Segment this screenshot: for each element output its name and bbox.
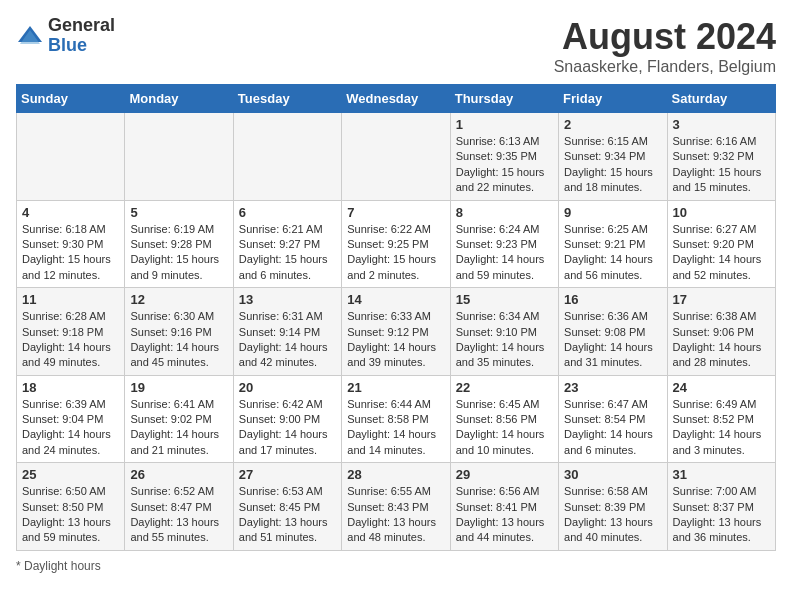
day-info: Sunrise: 6:56 AMSunset: 8:41 PMDaylight:… (456, 484, 553, 546)
header-day: Tuesday (233, 85, 341, 113)
header-day: Thursday (450, 85, 558, 113)
calendar-cell: 31Sunrise: 7:00 AMSunset: 8:37 PMDayligh… (667, 463, 775, 551)
day-info: Sunrise: 6:24 AMSunset: 9:23 PMDaylight:… (456, 222, 553, 284)
calendar-cell: 8Sunrise: 6:24 AMSunset: 9:23 PMDaylight… (450, 200, 558, 288)
day-number: 28 (347, 467, 444, 482)
day-info: Sunrise: 6:41 AMSunset: 9:02 PMDaylight:… (130, 397, 227, 459)
calendar-cell (17, 113, 125, 201)
day-number: 1 (456, 117, 553, 132)
calendar-cell: 25Sunrise: 6:50 AMSunset: 8:50 PMDayligh… (17, 463, 125, 551)
day-info: Sunrise: 6:22 AMSunset: 9:25 PMDaylight:… (347, 222, 444, 284)
calendar-week: 18Sunrise: 6:39 AMSunset: 9:04 PMDayligh… (17, 375, 776, 463)
header-day: Friday (559, 85, 667, 113)
calendar-cell: 23Sunrise: 6:47 AMSunset: 8:54 PMDayligh… (559, 375, 667, 463)
day-info: Sunrise: 6:30 AMSunset: 9:16 PMDaylight:… (130, 309, 227, 371)
day-info: Sunrise: 6:31 AMSunset: 9:14 PMDaylight:… (239, 309, 336, 371)
calendar-cell: 18Sunrise: 6:39 AMSunset: 9:04 PMDayligh… (17, 375, 125, 463)
day-number: 23 (564, 380, 661, 395)
subtitle: Snaaskerke, Flanders, Belgium (554, 58, 776, 76)
day-number: 22 (456, 380, 553, 395)
calendar-cell: 20Sunrise: 6:42 AMSunset: 9:00 PMDayligh… (233, 375, 341, 463)
calendar-cell: 29Sunrise: 6:56 AMSunset: 8:41 PMDayligh… (450, 463, 558, 551)
day-info: Sunrise: 6:21 AMSunset: 9:27 PMDaylight:… (239, 222, 336, 284)
day-info: Sunrise: 6:33 AMSunset: 9:12 PMDaylight:… (347, 309, 444, 371)
calendar-cell: 4Sunrise: 6:18 AMSunset: 9:30 PMDaylight… (17, 200, 125, 288)
calendar-cell: 27Sunrise: 6:53 AMSunset: 8:45 PMDayligh… (233, 463, 341, 551)
day-number: 11 (22, 292, 119, 307)
header-day: Saturday (667, 85, 775, 113)
calendar-cell: 28Sunrise: 6:55 AMSunset: 8:43 PMDayligh… (342, 463, 450, 551)
day-info: Sunrise: 6:45 AMSunset: 8:56 PMDaylight:… (456, 397, 553, 459)
day-info: Sunrise: 6:27 AMSunset: 9:20 PMDaylight:… (673, 222, 770, 284)
calendar-cell (342, 113, 450, 201)
day-number: 15 (456, 292, 553, 307)
calendar-week: 11Sunrise: 6:28 AMSunset: 9:18 PMDayligh… (17, 288, 776, 376)
calendar-header: SundayMondayTuesdayWednesdayThursdayFrid… (17, 85, 776, 113)
day-info: Sunrise: 6:25 AMSunset: 9:21 PMDaylight:… (564, 222, 661, 284)
day-number: 3 (673, 117, 770, 132)
day-info: Sunrise: 7:00 AMSunset: 8:37 PMDaylight:… (673, 484, 770, 546)
calendar-cell: 7Sunrise: 6:22 AMSunset: 9:25 PMDaylight… (342, 200, 450, 288)
day-info: Sunrise: 6:34 AMSunset: 9:10 PMDaylight:… (456, 309, 553, 371)
calendar-cell (125, 113, 233, 201)
calendar-week: 1Sunrise: 6:13 AMSunset: 9:35 PMDaylight… (17, 113, 776, 201)
calendar: SundayMondayTuesdayWednesdayThursdayFrid… (16, 84, 776, 551)
day-number: 30 (564, 467, 661, 482)
day-info: Sunrise: 6:50 AMSunset: 8:50 PMDaylight:… (22, 484, 119, 546)
header: General Blue August 2024 Snaaskerke, Fla… (16, 16, 776, 76)
calendar-cell: 1Sunrise: 6:13 AMSunset: 9:35 PMDaylight… (450, 113, 558, 201)
calendar-cell (233, 113, 341, 201)
title-area: August 2024 Snaaskerke, Flanders, Belgiu… (554, 16, 776, 76)
day-number: 6 (239, 205, 336, 220)
calendar-cell: 22Sunrise: 6:45 AMSunset: 8:56 PMDayligh… (450, 375, 558, 463)
calendar-cell: 17Sunrise: 6:38 AMSunset: 9:06 PMDayligh… (667, 288, 775, 376)
logo-icon (16, 22, 44, 50)
calendar-cell: 19Sunrise: 6:41 AMSunset: 9:02 PMDayligh… (125, 375, 233, 463)
day-number: 27 (239, 467, 336, 482)
day-number: 31 (673, 467, 770, 482)
calendar-cell: 9Sunrise: 6:25 AMSunset: 9:21 PMDaylight… (559, 200, 667, 288)
day-info: Sunrise: 6:52 AMSunset: 8:47 PMDaylight:… (130, 484, 227, 546)
day-info: Sunrise: 6:28 AMSunset: 9:18 PMDaylight:… (22, 309, 119, 371)
calendar-cell: 11Sunrise: 6:28 AMSunset: 9:18 PMDayligh… (17, 288, 125, 376)
day-info: Sunrise: 6:19 AMSunset: 9:28 PMDaylight:… (130, 222, 227, 284)
day-number: 24 (673, 380, 770, 395)
day-number: 17 (673, 292, 770, 307)
day-number: 21 (347, 380, 444, 395)
header-day: Sunday (17, 85, 125, 113)
logo-text: General Blue (48, 16, 115, 56)
day-info: Sunrise: 6:55 AMSunset: 8:43 PMDaylight:… (347, 484, 444, 546)
day-number: 9 (564, 205, 661, 220)
footer-text: Daylight hours (24, 559, 101, 573)
day-number: 19 (130, 380, 227, 395)
day-info: Sunrise: 6:44 AMSunset: 8:58 PMDaylight:… (347, 397, 444, 459)
day-number: 10 (673, 205, 770, 220)
day-info: Sunrise: 6:58 AMSunset: 8:39 PMDaylight:… (564, 484, 661, 546)
day-info: Sunrise: 6:38 AMSunset: 9:06 PMDaylight:… (673, 309, 770, 371)
calendar-cell: 10Sunrise: 6:27 AMSunset: 9:20 PMDayligh… (667, 200, 775, 288)
day-number: 2 (564, 117, 661, 132)
calendar-week: 4Sunrise: 6:18 AMSunset: 9:30 PMDaylight… (17, 200, 776, 288)
header-day: Wednesday (342, 85, 450, 113)
day-number: 29 (456, 467, 553, 482)
calendar-cell: 16Sunrise: 6:36 AMSunset: 9:08 PMDayligh… (559, 288, 667, 376)
day-info: Sunrise: 6:53 AMSunset: 8:45 PMDaylight:… (239, 484, 336, 546)
day-number: 18 (22, 380, 119, 395)
day-number: 7 (347, 205, 444, 220)
day-info: Sunrise: 6:15 AMSunset: 9:34 PMDaylight:… (564, 134, 661, 196)
day-info: Sunrise: 6:49 AMSunset: 8:52 PMDaylight:… (673, 397, 770, 459)
logo-general: General (48, 16, 115, 36)
day-info: Sunrise: 6:47 AMSunset: 8:54 PMDaylight:… (564, 397, 661, 459)
day-info: Sunrise: 6:13 AMSunset: 9:35 PMDaylight:… (456, 134, 553, 196)
calendar-cell: 14Sunrise: 6:33 AMSunset: 9:12 PMDayligh… (342, 288, 450, 376)
calendar-cell: 5Sunrise: 6:19 AMSunset: 9:28 PMDaylight… (125, 200, 233, 288)
calendar-cell: 3Sunrise: 6:16 AMSunset: 9:32 PMDaylight… (667, 113, 775, 201)
header-row: SundayMondayTuesdayWednesdayThursdayFrid… (17, 85, 776, 113)
day-number: 16 (564, 292, 661, 307)
main-title: August 2024 (554, 16, 776, 58)
header-day: Monday (125, 85, 233, 113)
calendar-cell: 12Sunrise: 6:30 AMSunset: 9:16 PMDayligh… (125, 288, 233, 376)
calendar-cell: 24Sunrise: 6:49 AMSunset: 8:52 PMDayligh… (667, 375, 775, 463)
calendar-cell: 21Sunrise: 6:44 AMSunset: 8:58 PMDayligh… (342, 375, 450, 463)
day-number: 25 (22, 467, 119, 482)
